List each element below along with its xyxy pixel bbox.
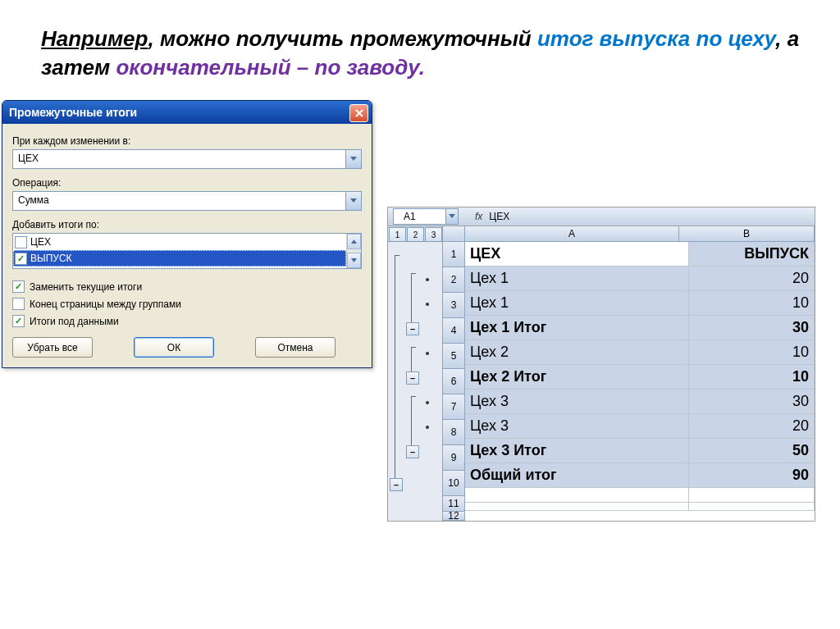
list-item[interactable]: ЦЕХ: [13, 234, 346, 250]
fx-label[interactable]: fx: [475, 211, 482, 222]
cell[interactable]: ЦЕХ: [465, 242, 689, 267]
row-header[interactable]: 1: [443, 242, 464, 267]
checkbox[interactable]: [12, 280, 25, 293]
cell[interactable]: Общий итог: [465, 463, 689, 488]
formula-value[interactable]: ЦЕХ: [489, 211, 509, 222]
row-header[interactable]: 6: [443, 369, 464, 394]
column-header-row: 1 2 3 A B: [388, 226, 815, 242]
chevron-down-icon: [350, 198, 357, 203]
outline-collapse-button[interactable]: –: [390, 478, 403, 491]
cell[interactable]: 10: [689, 340, 815, 365]
cell[interactable]: [465, 503, 689, 511]
cell[interactable]: 90: [689, 463, 815, 488]
chevron-up-icon: [351, 239, 357, 244]
outline-collapse-button[interactable]: –: [406, 371, 419, 385]
column-header-A[interactable]: A: [465, 226, 679, 241]
cell[interactable]: 10: [689, 291, 815, 316]
name-box-dropdown[interactable]: [445, 209, 458, 224]
checkbox[interactable]: [15, 253, 27, 265]
cell[interactable]: Цех 3 Итог: [465, 439, 689, 463]
spreadsheet: A1 fx ЦЕХ 1 2 3 A B –: [387, 207, 815, 522]
chevron-down-icon: [449, 214, 455, 219]
label-add-subtotal: Добавить итоги по:: [12, 219, 362, 230]
combo-value: Сумма: [13, 192, 345, 210]
cell[interactable]: [689, 488, 815, 503]
cell[interactable]: Цех 2 Итог: [465, 365, 689, 390]
combo-operation[interactable]: Сумма: [12, 191, 362, 211]
list-item-label: ВЫПУСК: [30, 253, 72, 264]
cell[interactable]: Цех 1 Итог: [465, 316, 689, 340]
remove-all-button[interactable]: Убрать все: [12, 337, 93, 358]
cell[interactable]: 20: [689, 414, 815, 439]
dropdown-button[interactable]: [345, 192, 361, 210]
listbox-add-subtotal[interactable]: ЦЕХ ВЫПУСК: [12, 233, 362, 269]
column-header-B[interactable]: B: [679, 226, 815, 241]
outline-collapse-button[interactable]: –: [406, 322, 419, 335]
label-operation: Операция:: [12, 177, 362, 189]
outline-collapse-button[interactable]: –: [406, 445, 419, 458]
scrollbar[interactable]: [346, 234, 361, 268]
row-headers: 1 2 3 4 5 6 7 8 9 10 11 12: [443, 242, 465, 521]
scroll-down-button[interactable]: [347, 253, 361, 268]
row-header[interactable]: 3: [443, 293, 464, 318]
cell[interactable]: Цех 3: [465, 414, 689, 439]
row-header[interactable]: 9: [443, 445, 464, 471]
outline-level-3[interactable]: 3: [425, 227, 442, 242]
dialog-titlebar[interactable]: Промежуточные итоги: [2, 101, 372, 124]
checkbox-page-break[interactable]: Конец страницы между группами: [12, 298, 362, 310]
cells-area: ЦЕХВЫПУСК Цех 120 Цех 110 Цех 1 Итог30 Ц…: [465, 242, 815, 521]
ok-button[interactable]: ОК: [134, 337, 214, 358]
row-header[interactable]: 12: [443, 512, 464, 521]
cell[interactable]: [465, 488, 689, 503]
cancel-button[interactable]: Отмена: [255, 337, 336, 358]
cell[interactable]: Цех 2: [465, 340, 689, 365]
outline-area: – – – –: [388, 242, 443, 521]
cell[interactable]: 30: [689, 316, 815, 340]
cell[interactable]: 50: [689, 439, 815, 463]
row-header[interactable]: 7: [443, 394, 464, 420]
subtotals-dialog: Промежуточные итоги При каждом изменении…: [2, 100, 372, 368]
slide-heading: Например, можно получить промежуточный и…: [41, 25, 824, 82]
formula-bar: A1 fx ЦЕХ: [388, 207, 815, 226]
cell[interactable]: 10: [689, 365, 815, 390]
label-at-each-change: При каждом изменении в:: [12, 135, 362, 147]
cell[interactable]: [689, 503, 815, 511]
checkbox-replace-current[interactable]: Заменить текущие итоги: [12, 280, 362, 293]
combo-value: ЦЕХ: [13, 150, 345, 168]
cell[interactable]: Цех 3: [465, 390, 689, 414]
checkbox[interactable]: [12, 298, 25, 310]
dialog-title: Промежуточные итоги: [9, 106, 137, 119]
scroll-up-button[interactable]: [347, 234, 361, 249]
list-item[interactable]: ВЫПУСК: [13, 250, 346, 267]
select-all-corner[interactable]: [443, 226, 465, 241]
close-button[interactable]: [349, 104, 368, 122]
cell[interactable]: 30: [689, 390, 815, 414]
combo-at-each-change[interactable]: ЦЕХ: [12, 149, 362, 169]
cell[interactable]: Цех 1: [465, 267, 689, 291]
row-header[interactable]: 10: [443, 471, 464, 496]
outline-level-1[interactable]: 1: [389, 227, 406, 242]
chevron-down-icon: [351, 258, 357, 262]
chevron-down-icon: [350, 157, 357, 162]
row-header[interactable]: 8: [443, 420, 464, 445]
cell[interactable]: Цех 1: [465, 291, 689, 316]
cell[interactable]: 20: [689, 267, 815, 291]
checkbox[interactable]: [15, 236, 27, 248]
close-icon: [355, 109, 363, 117]
dropdown-button[interactable]: [345, 150, 361, 168]
outline-level-2[interactable]: 2: [407, 227, 424, 242]
list-item-label: ЦЕХ: [30, 236, 51, 248]
name-box[interactable]: A1: [393, 208, 459, 225]
outline-levels: 1 2 3: [388, 226, 443, 241]
row-header[interactable]: 5: [443, 344, 464, 369]
cell[interactable]: ВЫПУСК: [689, 242, 815, 267]
row-header[interactable]: 4: [443, 318, 464, 344]
checkbox-summary-below[interactable]: Итоги под данными: [12, 315, 362, 327]
row-header[interactable]: 2: [443, 267, 464, 293]
checkbox[interactable]: [12, 315, 25, 327]
